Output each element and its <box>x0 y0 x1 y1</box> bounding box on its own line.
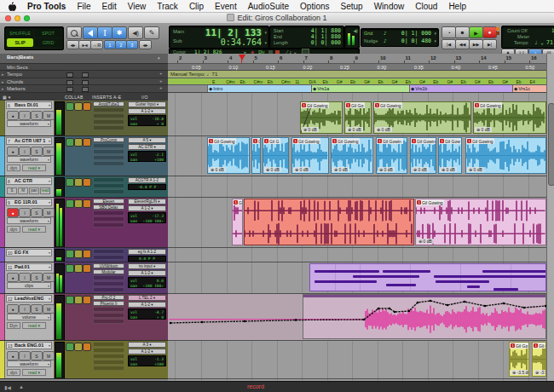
rewind-button[interactable]: ◀◀ <box>455 39 470 49</box>
insert-slot-empty[interactable] <box>93 177 124 182</box>
collab-sync-icon[interactable] <box>74 296 83 304</box>
insert-slot-empty[interactable] <box>93 113 124 118</box>
timeline-rulers[interactable]: 23456789101112131415160:050:100:150:200:… <box>168 54 546 93</box>
apple-menu-icon[interactable] <box>9 2 16 11</box>
sub-counter-menu-icon[interactable]: ▾ <box>264 40 267 45</box>
insert-slot-empty[interactable] <box>93 149 124 154</box>
automation-breakpoint[interactable] <box>430 300 432 303</box>
clip-gain-badge[interactable]: ⊕ 0 dB <box>467 167 484 172</box>
ruler-add-icon[interactable]: + <box>159 71 163 76</box>
ruler-name-tempo[interactable]: Tempo▸+ <box>0 71 168 78</box>
go-to-end-button[interactable]: ▶| <box>482 39 497 49</box>
input-monitor-button[interactable]: I <box>19 147 31 156</box>
io-output-selector[interactable]: A 1-2 ▾ <box>128 205 166 211</box>
insert-slot-filled[interactable]: ProComp <box>93 137 124 142</box>
ruler-expand-icon[interactable]: ▸ <box>2 79 4 84</box>
ruler-name-chords[interactable]: Chords▸+ <box>0 78 168 85</box>
midi-note[interactable] <box>386 284 416 286</box>
meter-label[interactable]: Meter <box>517 34 529 39</box>
automation-breakpoint[interactable] <box>523 307 526 309</box>
audio-clip-acgtr[interactable]: 1Gil G⊕ 0 dB <box>263 137 289 174</box>
io-input-selector[interactable]: A 5 ▾ <box>128 137 166 143</box>
collab-user-icon[interactable] <box>66 138 74 147</box>
mute-button[interactable]: M <box>43 351 55 360</box>
pan-value[interactable]: pan <box>130 158 137 162</box>
chord-label[interactable]: Eb <box>350 79 355 84</box>
automation-breakpoint[interactable] <box>408 310 411 313</box>
clip-gain-badge[interactable]: ⊕ 0 dB <box>378 167 395 172</box>
pan-value[interactable]: pan <box>130 315 137 320</box>
chord-label[interactable]: Eb <box>516 79 521 84</box>
audio-clip-bass[interactable]: 1Gil Gowing⊕ 0 dB <box>473 101 546 134</box>
canvas-track-row-egfx[interactable] <box>168 248 546 262</box>
insert-slot-filled[interactable]: Eleven <box>93 199 124 204</box>
automation-breakpoint[interactable] <box>295 319 297 321</box>
solo-button[interactable]: S <box>31 273 43 282</box>
audio-clip-acgtr[interactable]: 1G <box>251 137 261 174</box>
input-monitor-button[interactable]: I <box>19 304 31 314</box>
record-enable-button[interactable]: ● <box>7 273 19 282</box>
zoom-toggle-button[interactable]: →R <box>90 40 103 49</box>
track-name-menu-icon[interactable]: ▾ <box>49 179 50 183</box>
menu-item-clip[interactable]: Clip <box>189 2 204 11</box>
canvas-track-row-bassdi01[interactable]: 1Gil Gowing⊕ 0 dB1Gil Go⊕ 0 dB1Gil Gowin… <box>168 101 546 136</box>
track-mini-button-M[interactable]: M <box>18 187 28 194</box>
insert-slot-empty[interactable] <box>93 313 124 318</box>
track-name-menu-icon[interactable]: ▾ <box>49 297 50 301</box>
vox-waveform-and-automation[interactable] <box>168 294 546 340</box>
collab-upload-icon[interactable] <box>83 102 91 111</box>
audio-clip-acgtr[interactable]: 1Gil Gowing⊕ 0 dB <box>207 137 250 174</box>
collab-upload-icon[interactable] <box>83 250 91 258</box>
chord-label[interactable]: G# <box>337 79 343 84</box>
midi-note[interactable] <box>353 275 419 278</box>
solo-button[interactable]: S <box>31 111 43 120</box>
volume-value[interactable]: vol <box>130 310 137 314</box>
vertical-scrollbar[interactable] <box>546 54 554 381</box>
chord-label[interactable]: C#m <box>254 79 263 84</box>
midi-note[interactable] <box>529 291 546 291</box>
insert-slot-filled[interactable]: UVIWrkstn <box>93 263 124 268</box>
chord-label[interactable]: C#m <box>226 79 235 84</box>
chord-label[interactable]: 11 <box>295 79 299 84</box>
chord-label[interactable]: E <box>212 79 215 84</box>
insert-slot-empty[interactable] <box>93 161 124 166</box>
chord-label[interactable]: G# <box>364 79 370 84</box>
chord-label[interactable]: Eb <box>433 79 438 84</box>
tempo-value[interactable]: 71.000 <box>546 39 554 46</box>
ruler-add-icon[interactable]: + <box>159 78 163 84</box>
track-mini-button-pan[interactable]: pan <box>29 187 39 194</box>
collab-sync-icon[interactable] <box>74 264 83 273</box>
input-monitor-button[interactable]: I <box>19 351 31 360</box>
automation-mode-button[interactable]: read ▾ <box>22 369 46 376</box>
audio-clip-acgtr[interactable]: 1Gil Gowin⊕ 0 dB <box>410 137 436 174</box>
volume-value-num[interactable]: -1.3 <box>154 357 164 361</box>
record-enable-button[interactable]: ● <box>7 147 19 156</box>
midi-note[interactable] <box>436 280 489 283</box>
ruler-add-icon[interactable]: + <box>159 85 163 90</box>
collab-upload-icon[interactable] <box>83 343 91 351</box>
chord-label[interactable]: G# <box>502 79 508 84</box>
collab-sync-icon[interactable] <box>74 178 83 187</box>
canvas-track-row-pad01[interactable] <box>168 262 546 294</box>
clip-gain-badge[interactable]: ⊕ 0 dB <box>440 167 457 172</box>
chord-label[interactable]: G# <box>447 79 453 84</box>
zoom-out-button[interactable]: ◂▸ <box>66 40 79 49</box>
tempo-note-icon[interactable]: ♩ ⌄ <box>534 39 544 45</box>
midi-note[interactable] <box>482 270 546 273</box>
track-list-menu-icon[interactable]: ▦ ▾ <box>3 95 11 100</box>
clip-gain-badge[interactable]: ⊕ 0 dB <box>417 239 434 244</box>
volume-value-num[interactable]: -17.3 <box>152 214 164 218</box>
ruler-option-box[interactable] <box>66 72 73 78</box>
insert-slot-empty[interactable] <box>93 155 124 160</box>
pencil-tool-button[interactable]: ✎ <box>144 26 159 39</box>
midi-clip-pad[interactable] <box>309 263 546 291</box>
insert-slot-empty[interactable] <box>93 143 124 148</box>
pan-value-num[interactable]: + 0 <box>157 315 164 320</box>
volume-value[interactable]: vol <box>130 357 137 361</box>
track-name-menu-icon[interactable]: ▾ <box>49 265 50 269</box>
collab-sync-icon[interactable] <box>74 102 83 111</box>
audio-clip-acgtr[interactable]: 1Gil Gowing⊕ 0 dB <box>331 137 373 174</box>
chord-label[interactable]: Eb <box>488 79 493 84</box>
ruler-expand-icon[interactable]: ▸ <box>2 72 4 77</box>
audio-clip-backeng[interactable]: 1Gil Go⊕ -3.5 dB <box>509 342 529 377</box>
